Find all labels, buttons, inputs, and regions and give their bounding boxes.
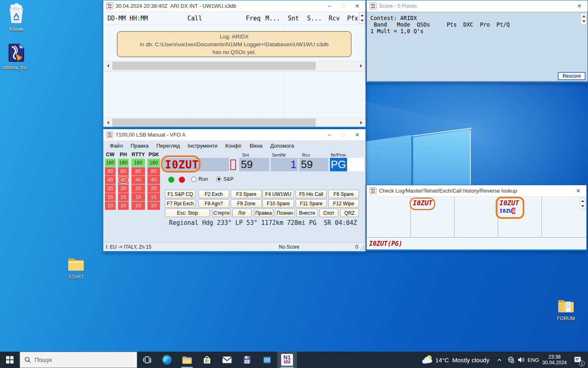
sp-radio[interactable]: S&P bbox=[216, 176, 234, 182]
volume-tray-button[interactable] bbox=[515, 352, 527, 368]
check-window-titlebar[interactable]: N1MM Check Log/Master/Telnet/Exch/Call h… bbox=[367, 185, 586, 197]
close-button[interactable]: × bbox=[572, 185, 585, 196]
band-button-rtty-40[interactable]: 40 bbox=[131, 176, 145, 184]
qrz-button[interactable]: QRZ bbox=[340, 209, 359, 217]
f5-button[interactable]: F5 His Call bbox=[296, 190, 327, 198]
band-button-cw-80[interactable]: 80 bbox=[105, 167, 116, 175]
band-button-ph-40-selected[interactable]: 40 bbox=[118, 176, 129, 184]
scroll-left-icon[interactable] bbox=[103, 118, 112, 127]
f8-button[interactable]: F8 Agn? bbox=[198, 199, 229, 208]
score-spinner[interactable] bbox=[581, 13, 587, 25]
edge-browser-button[interactable] bbox=[157, 352, 177, 368]
band-button-rtty-20[interactable]: 20 bbox=[131, 184, 145, 193]
store-button[interactable] bbox=[197, 352, 217, 368]
mail-button[interactable] bbox=[217, 352, 237, 368]
scroll-right-icon[interactable] bbox=[356, 61, 365, 70]
f9-button[interactable]: F9 Zone bbox=[231, 199, 262, 208]
maximize-button[interactable]: □ bbox=[337, 0, 350, 11]
maximize-button[interactable]: □ bbox=[337, 129, 350, 140]
f6-button[interactable]: F6 Spare bbox=[328, 190, 359, 198]
minimize-button[interactable]: − bbox=[323, 0, 336, 11]
archive-app-button[interactable] bbox=[257, 352, 277, 368]
network-tray-button[interactable] bbox=[506, 352, 516, 368]
esc-stop-button[interactable]: Esc: Stop bbox=[165, 209, 210, 217]
close-button[interactable]: × bbox=[351, 0, 364, 11]
f1-button[interactable]: F1 S&P CQ bbox=[165, 190, 196, 198]
nrprov-field[interactable]: PG bbox=[330, 158, 364, 171]
band-button-rtty-160[interactable]: 160 bbox=[131, 159, 145, 167]
band-button-ph-80[interactable]: 80 bbox=[118, 167, 129, 175]
desktop-icon-forum-folder[interactable]: FORUM bbox=[550, 298, 582, 321]
task-view-button[interactable] bbox=[137, 352, 157, 368]
log-button[interactable]: Лог bbox=[232, 209, 252, 217]
band-button-psk-160[interactable]: 160 bbox=[147, 159, 160, 167]
minimize-button[interactable]: − bbox=[323, 129, 336, 140]
menu-windows[interactable]: Вікна bbox=[249, 143, 263, 149]
band-button-rtty-10[interactable]: 10 bbox=[131, 202, 145, 210]
spin-up-icon[interactable] bbox=[580, 198, 585, 204]
spot-button[interactable]: Спот bbox=[319, 209, 338, 217]
tray-chevron-button[interactable] bbox=[494, 352, 505, 368]
scroll-right-icon[interactable] bbox=[356, 118, 365, 127]
rescore-button[interactable]: Rescore bbox=[558, 72, 586, 80]
rcv-field[interactable]: 59 bbox=[299, 158, 328, 171]
band-button-ph-20[interactable]: 20 bbox=[118, 184, 129, 193]
band-button-psk-15[interactable]: 15 bbox=[147, 193, 160, 201]
log-scrollbar-lower[interactable] bbox=[103, 118, 365, 127]
spin-down-icon[interactable] bbox=[581, 19, 586, 24]
n1mm-taskbar-button[interactable]: N1MM bbox=[277, 352, 297, 368]
band-button-psk-40[interactable]: 40 bbox=[147, 176, 160, 184]
search-input[interactable] bbox=[35, 357, 125, 363]
file-explorer-button[interactable] bbox=[177, 352, 197, 368]
band-button-psk-20[interactable]: 20 bbox=[147, 184, 160, 193]
store-button[interactable]: Внести bbox=[296, 209, 318, 217]
band-button-ph-15[interactable]: 15 bbox=[118, 193, 129, 201]
band-button-cw-160[interactable]: 160 bbox=[105, 159, 116, 167]
menu-file[interactable]: Файл bbox=[110, 143, 123, 149]
menu-view[interactable]: Перегляд bbox=[156, 143, 180, 149]
menu-edit[interactable]: Правка bbox=[131, 143, 149, 149]
desktop-icon-recycle-bin[interactable]: Кошик bbox=[0, 3, 32, 32]
band-button-cw-10[interactable]: 10 bbox=[105, 202, 116, 210]
f11-button[interactable]: F11 Spare bbox=[296, 199, 327, 208]
spin-down-icon[interactable] bbox=[580, 204, 585, 209]
f10-button[interactable]: F10 Spare bbox=[263, 199, 294, 208]
scroll-left-icon[interactable] bbox=[103, 61, 112, 70]
close-button[interactable]: × bbox=[351, 129, 364, 140]
log-spinner[interactable] bbox=[359, 12, 365, 24]
run-radio[interactable]: Run bbox=[191, 176, 208, 182]
f4-button[interactable]: F4 UW1WU bbox=[263, 190, 294, 198]
menu-help[interactable]: Допомога bbox=[270, 143, 294, 149]
f2-button[interactable]: F2 Exch bbox=[198, 190, 229, 198]
sentnr-field[interactable]: 1 bbox=[271, 158, 298, 171]
score-window-titlebar[interactable]: N1MM Score - 0 Points bbox=[367, 0, 588, 12]
band-button-ph-10[interactable]: 10 bbox=[118, 202, 129, 210]
f3-button[interactable]: F3 Spare bbox=[231, 190, 262, 198]
snt-field[interactable]: 59 bbox=[239, 158, 269, 171]
weather-widget[interactable]: 14°C Mostly cloudy bbox=[435, 352, 492, 368]
f7-button[interactable]: F7 Rpt Exch bbox=[165, 199, 196, 208]
floppy-app-button[interactable] bbox=[237, 352, 257, 368]
mark-button[interactable]: Познач bbox=[275, 209, 295, 217]
desktop-icon-file-sidorov[interactable]: sidorov_tra... bbox=[0, 43, 32, 70]
resize-grip[interactable] bbox=[363, 249, 364, 250]
start-button[interactable] bbox=[0, 352, 20, 368]
weather-widget-icon-area[interactable] bbox=[420, 352, 434, 368]
menu-tools[interactable]: Інструменти bbox=[188, 143, 218, 149]
band-button-cw-40[interactable]: 40 bbox=[105, 176, 116, 184]
wipe-button[interactable]: Стерти bbox=[212, 209, 231, 217]
check-spinner[interactable] bbox=[579, 198, 586, 209]
spin-down-icon[interactable] bbox=[359, 18, 365, 23]
menu-config[interactable]: Конфіг bbox=[225, 143, 242, 149]
log-pane-lower[interactable] bbox=[103, 72, 365, 118]
band-button-cw-20[interactable]: 20 bbox=[105, 184, 116, 193]
spin-up-icon[interactable] bbox=[581, 13, 586, 19]
band-button-ph-160[interactable]: 160 bbox=[118, 159, 129, 167]
desktop-icon-start-folder[interactable]: START bbox=[60, 257, 92, 280]
edit-button[interactable]: Правка bbox=[254, 209, 273, 217]
band-button-rtty-80[interactable]: 80 bbox=[131, 167, 145, 175]
taskbar-search[interactable] bbox=[20, 352, 137, 368]
scrollbar-thumb[interactable] bbox=[112, 62, 316, 70]
clock-widget[interactable]: 23:38 30.04.2024 bbox=[540, 352, 569, 368]
band-button-cw-15[interactable]: 15 bbox=[105, 193, 116, 201]
